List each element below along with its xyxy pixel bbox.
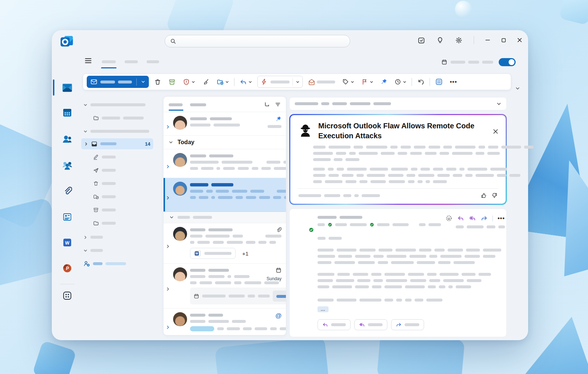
chevron-down-icon[interactable] <box>141 80 145 84</box>
search-bar[interactable] <box>165 35 350 47</box>
folder-item[interactable] <box>83 113 162 124</box>
tips-icon[interactable] <box>436 36 444 44</box>
reply-icon[interactable] <box>457 215 464 222</box>
chevron-down-icon[interactable] <box>296 80 300 84</box>
attachment-chip[interactable] <box>190 248 236 259</box>
expand-chevron-icon[interactable] <box>166 317 170 335</box>
sweep-button[interactable] <box>200 77 211 87</box>
move-to-button[interactable] <box>215 77 231 87</box>
rail-groups-icon[interactable] <box>61 160 73 171</box>
thumb-down-icon[interactable] <box>491 192 498 199</box>
list-tab-other[interactable] <box>190 96 206 113</box>
message-row-mention[interactable]: @ <box>164 309 286 335</box>
view-tab[interactable] <box>147 58 159 68</box>
folder-item-junk[interactable] <box>83 191 162 202</box>
search-input[interactable] <box>179 39 345 44</box>
skeleton-bar <box>389 180 405 183</box>
expand-chevron-icon[interactable] <box>166 273 170 305</box>
reply-all-quick-button[interactable] <box>354 319 387 330</box>
rail-app-launcher-icon[interactable] <box>62 291 72 301</box>
message-row[interactable] <box>164 149 286 178</box>
collapsed-group-header[interactable] <box>164 212 286 223</box>
flag-button[interactable] <box>359 77 375 87</box>
reply-all-icon[interactable] <box>469 215 476 222</box>
settings-icon[interactable] <box>455 36 463 44</box>
show-trimmed-content[interactable]: ... <box>318 306 329 312</box>
chevron-down-icon[interactable] <box>496 101 501 106</box>
hamburger-menu-icon[interactable] <box>84 57 92 65</box>
folder-group-favorites[interactable] <box>83 99 162 110</box>
thumb-up-icon[interactable] <box>481 192 487 199</box>
rail-newsletter-icon[interactable] <box>62 212 72 222</box>
expand-chevron-icon[interactable] <box>166 187 170 209</box>
conversation-header[interactable] <box>289 97 507 110</box>
skeleton-bar <box>169 103 183 106</box>
quick-steps-button[interactable] <box>257 76 303 88</box>
view-tab[interactable] <box>125 58 138 68</box>
folder-group-collapsed[interactable] <box>83 232 162 243</box>
message-row-event[interactable]: Sunday <box>164 264 286 309</box>
snooze-button[interactable] <box>392 77 408 87</box>
rsvp-button[interactable] <box>273 291 286 302</box>
folder-item-archive[interactable] <box>83 204 162 216</box>
new-mail-split-button[interactable] <box>87 76 149 88</box>
rail-attachments-icon[interactable] <box>62 186 72 196</box>
rail-mail-icon[interactable] <box>61 81 74 93</box>
apps-button[interactable] <box>433 76 445 87</box>
folder-item-deleted[interactable] <box>83 178 162 189</box>
more-options-button[interactable]: ••• <box>448 77 459 87</box>
expand-chevron-icon[interactable] <box>166 232 170 260</box>
delete-button[interactable] <box>152 77 163 87</box>
message-row-attachment[interactable]: +1 <box>164 223 286 264</box>
ribbon-toolbar: ••• <box>83 74 511 90</box>
reply-button[interactable] <box>238 77 254 87</box>
categorize-button[interactable] <box>340 77 356 87</box>
archive-button[interactable] <box>166 77 178 87</box>
folder-item-inbox-selected[interactable]: 14 <box>81 138 153 149</box>
forward-quick-button[interactable] <box>391 319 424 330</box>
expand-chevron-icon[interactable] <box>166 121 170 132</box>
expand-chevron-icon[interactable] <box>166 158 170 175</box>
folder-item-sent[interactable] <box>83 165 162 176</box>
select-messages-icon[interactable] <box>264 101 270 107</box>
split-divider <box>136 78 137 86</box>
folder-item[interactable] <box>83 218 162 229</box>
maximize-button[interactable] <box>501 38 506 43</box>
view-tab-selected[interactable] <box>102 58 116 68</box>
reply-quick-button[interactable] <box>318 319 351 330</box>
message-group-today[interactable]: Today <box>164 136 286 149</box>
go-to-groups-link[interactable] <box>83 258 162 269</box>
message-row-pinned[interactable] <box>164 112 286 136</box>
skeleton-bar <box>269 241 276 244</box>
folder-item-drafts[interactable] <box>83 152 162 163</box>
rail-calendar-icon[interactable] <box>61 107 73 118</box>
forward-icon[interactable] <box>481 215 488 222</box>
close-icon[interactable] <box>493 122 498 141</box>
message-row-selected[interactable] <box>164 178 286 212</box>
ribbon-collapse-chevron[interactable] <box>515 86 520 91</box>
react-icon[interactable] <box>445 215 452 222</box>
rail-people-icon[interactable] <box>61 133 73 145</box>
junk-icon <box>93 194 99 200</box>
filter-icon[interactable] <box>275 101 281 107</box>
pin-button[interactable] <box>379 77 389 87</box>
skeleton-bar <box>378 261 388 264</box>
folder-group-groups[interactable] <box>83 245 162 256</box>
rail-powerpoint-icon[interactable] <box>62 263 72 273</box>
read-unread-button[interactable] <box>306 77 337 87</box>
event-card[interactable] <box>190 288 286 304</box>
attachments-overflow-count[interactable]: +1 <box>242 250 248 257</box>
skeleton-bar <box>208 320 229 323</box>
close-button[interactable] <box>517 38 522 43</box>
pin-icon[interactable] <box>275 116 282 122</box>
my-day-icon[interactable] <box>417 36 425 44</box>
rail-word-icon[interactable] <box>62 238 72 247</box>
skeleton-bar <box>465 255 480 258</box>
minimize-button[interactable] <box>485 38 490 43</box>
more-actions-icon[interactable]: ••• <box>498 215 505 222</box>
list-tab-focused[interactable] <box>169 96 183 113</box>
report-button[interactable] <box>181 77 197 87</box>
toggle-switch-on[interactable] <box>499 58 516 66</box>
undo-button[interactable] <box>415 77 426 87</box>
folder-group-account[interactable] <box>83 126 162 137</box>
